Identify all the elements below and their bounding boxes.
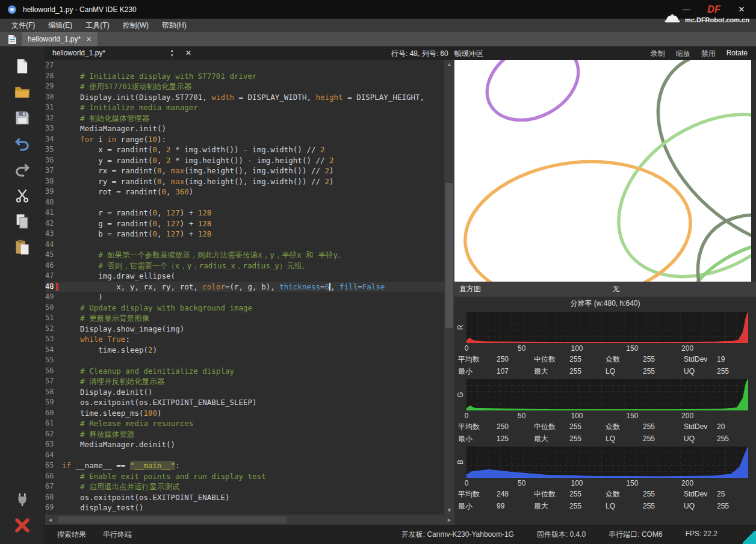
spinner-down-icon[interactable]: ▾ <box>171 53 173 58</box>
record-button[interactable]: 录制 <box>651 49 665 59</box>
status-tab-search-results[interactable]: 搜索结果 <box>49 530 94 540</box>
serial-port-label: 串行端口: COM6 <box>609 530 662 540</box>
horizontal-scroll-thumb[interactable] <box>58 516 287 523</box>
menu-edit[interactable]: 编辑(E) <box>42 19 79 32</box>
line-number: 42 <box>45 218 62 229</box>
status-tab-serial-terminal[interactable]: 串行终端 <box>94 530 140 540</box>
code-line-27[interactable]: 27 <box>45 60 444 71</box>
line-number: 27 <box>45 60 62 71</box>
redo-button[interactable] <box>12 159 33 180</box>
code-line-65[interactable]: 65if __name__ == "__main__": <box>45 460 444 471</box>
rotate-button[interactable]: Rotate <box>727 49 748 59</box>
file-selector[interactable]: helloworld_1.py* <box>52 49 105 57</box>
code-line-67[interactable]: 67 # 启用退出点并运行显示测试 <box>45 481 444 492</box>
code-line-52[interactable]: 52 Display.show_image(img) <box>45 324 444 335</box>
code-line-66[interactable]: 66 # Enable exit points and run display … <box>45 471 444 482</box>
code-line-47[interactable]: 47 img.draw_ellipse( <box>45 271 444 282</box>
histogram-mode-select[interactable]: 无 <box>481 284 751 294</box>
new-file-button[interactable] <box>12 56 33 76</box>
code-line-55[interactable]: 55 <box>45 355 444 366</box>
code-line-54[interactable]: 54 time.sleep(2) <box>45 345 444 356</box>
histogram-plot-g <box>466 379 748 410</box>
code-line-59[interactable]: 59 os.exitpoint(os.EXITPOINT_ENABLE_SLEE… <box>45 397 444 408</box>
code-line-69[interactable]: 69 display_test() <box>45 502 444 513</box>
code-line-41[interactable]: 41 r = randint(0, 127) + 128 <box>45 208 444 218</box>
code-line-57[interactable]: 57 # 清理并反初始化显示器 <box>45 376 444 387</box>
copy-button[interactable] <box>12 211 33 232</box>
stat-value: 248 <box>497 490 534 498</box>
save-file-button[interactable] <box>12 108 33 128</box>
file-selector-arrows-icon[interactable]: ▴▾ <box>171 48 173 58</box>
code-line-39[interactable]: 39 rot = randint(0, 360) <box>45 187 444 197</box>
scroll-right-icon[interactable]: ► <box>447 516 452 524</box>
editor-horizontal-scrollbar[interactable]: ◄ ► <box>45 515 454 525</box>
code-line-56[interactable]: 56 # Cleanup and deinitialize display <box>45 366 444 377</box>
code-line-28[interactable]: 28 # Initialize display with ST7701 driv… <box>45 71 444 82</box>
code-line-35[interactable]: 35 x = randint(0, 2 * img.width()) - img… <box>45 144 444 155</box>
undo-button[interactable] <box>12 134 33 154</box>
code-line-58[interactable]: 58 Display.deinit() <box>45 387 444 398</box>
code-line-45[interactable]: 45 # 如果第一个参数是缩放器，则此方法需要传递x，y，半径x 和 半径y。 <box>45 250 444 261</box>
code-line-44[interactable]: 44 <box>45 240 444 250</box>
paste-button[interactable] <box>12 237 33 258</box>
cut-button[interactable] <box>12 185 33 206</box>
menu-tools[interactable]: 工具(T) <box>79 19 116 32</box>
code-line-48[interactable]: 48 x, y, rx, ry, rot, color=(r, g, b), t… <box>45 282 444 292</box>
code-text: time.sleep_ms(100) <box>62 408 162 419</box>
code-line-29[interactable]: 29 # 使用ST7701驱动初始化显示器 <box>45 81 444 92</box>
disable-button[interactable]: 禁用 <box>701 49 716 59</box>
code-line-50[interactable]: 50 # Update display with background imag… <box>45 303 444 314</box>
code-line-63[interactable]: 63 MediaManager.deinit() <box>45 439 444 450</box>
code-line-43[interactable]: 43 b = randint(0, 127) + 128 <box>45 229 444 240</box>
stat-label: 众数 <box>606 354 643 365</box>
tab-helloworld[interactable]: helloworld_1.py* ✕ <box>22 32 98 46</box>
x-tick-label: 100 <box>571 412 583 420</box>
file-close-icon[interactable]: ✕ <box>185 49 191 57</box>
tab-close-icon[interactable]: ✕ <box>86 36 91 43</box>
channel-axis-label-r: R <box>456 321 465 333</box>
x-tick-label: 50 <box>518 344 525 353</box>
code-line-30[interactable]: 30 Display.init(Display.ST7701, width = … <box>45 92 444 103</box>
menu-help[interactable]: 帮助(H) <box>155 19 193 32</box>
disconnect-button[interactable] <box>12 515 33 536</box>
code-line-60[interactable]: 60 time.sleep_ms(100) <box>45 408 444 419</box>
menu-bar: 文件(F) 编辑(E) 工具(T) 控制(W) 帮助(H) <box>0 19 756 32</box>
spinner-up-icon[interactable]: ▴ <box>171 48 173 53</box>
menu-file[interactable]: 文件(F) <box>5 19 42 32</box>
stat-value: 250 <box>497 355 534 363</box>
menu-control[interactable]: 控制(W) <box>116 19 155 32</box>
line-number: 53 <box>45 334 62 345</box>
code-line-38[interactable]: 38 ry = randint(0, max(img.height(), img… <box>45 176 444 187</box>
code-line-61[interactable]: 61 # Release media resources <box>45 418 444 429</box>
vertical-scroll-thumb[interactable] <box>445 183 453 329</box>
stat-value: 255 <box>643 422 684 431</box>
resize-grip[interactable] <box>743 531 756 544</box>
editor-vertical-scrollbar[interactable]: ▲ ▼ <box>444 60 454 515</box>
zoom-button[interactable]: 缩放 <box>676 49 690 59</box>
code-line-34[interactable]: 34 for i in range(10): <box>45 134 444 145</box>
open-file-button[interactable] <box>12 82 33 102</box>
code-line-33[interactable]: 33 MediaManager.init() <box>45 123 444 134</box>
line-number: 29 <box>45 81 62 92</box>
scroll-left-icon[interactable]: ◄ <box>48 516 53 524</box>
scroll-down-icon[interactable]: ▼ <box>447 506 452 515</box>
scroll-up-icon[interactable]: ▲ <box>447 60 452 69</box>
code-line-53[interactable]: 53 while True: <box>45 334 444 345</box>
code-line-51[interactable]: 51 # 更新显示背景图像 <box>45 313 444 324</box>
code-line-68[interactable]: 68 os.exitpoint(os.EXITPOINT_ENABLE) <box>45 492 444 503</box>
x-tick-label: 100 <box>571 479 583 487</box>
code-line-42[interactable]: 42 g = randint(0, 127) + 128 <box>45 218 444 229</box>
code-line-46[interactable]: 46 # 否则，它需要一个（x，y，radius_x，radius_y）元组。 <box>45 261 444 271</box>
code-line-64[interactable]: 64 <box>45 450 444 461</box>
code-line-49[interactable]: 49 ) <box>45 292 444 303</box>
code-editor[interactable]: 2728 # Initialize display with ST7701 dr… <box>45 60 444 515</box>
framebuffer-panel: 直方图 无 分辨率 (w:480, h:640) R050100150200平均… <box>454 60 756 525</box>
code-line-37[interactable]: 37 rx = randint(0, max(img.height(), img… <box>45 165 444 176</box>
code-line-32[interactable]: 32 # 初始化媒体管理器 <box>45 113 444 124</box>
connect-board-button[interactable] <box>12 489 33 510</box>
code-line-31[interactable]: 31 # Initialize media manager <box>45 102 444 113</box>
code-line-36[interactable]: 36 y = randint(0, 2 * img.height()) - im… <box>45 155 444 166</box>
code-line-40[interactable]: 40 <box>45 197 444 208</box>
code-text: os.exitpoint(os.EXITPOINT_ENABLE) <box>62 492 229 503</box>
code-line-62[interactable]: 62 # 释放媒体资源 <box>45 429 444 440</box>
